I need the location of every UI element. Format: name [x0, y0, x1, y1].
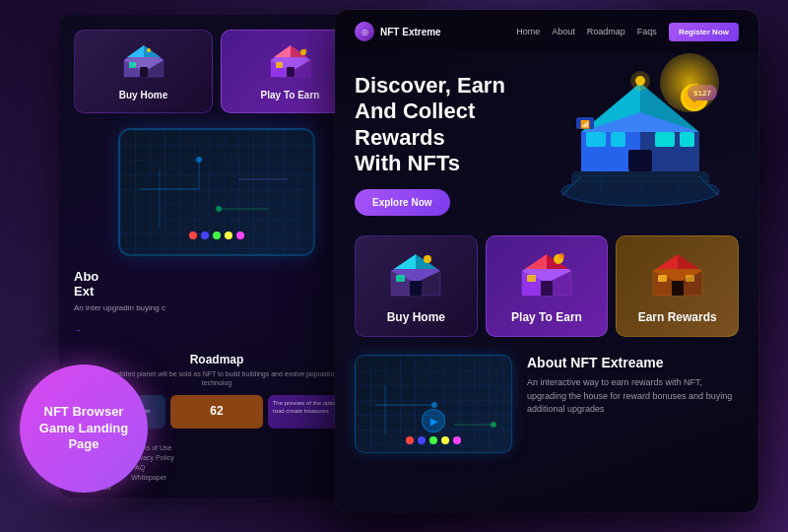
nav-link-about[interactable]: About	[552, 27, 575, 36]
register-button[interactable]: Register Now	[669, 23, 739, 41]
hero-image: $ 📶 $127	[542, 63, 739, 221]
back-tablet-illus	[118, 128, 315, 256]
about-nft-content: About NFT Extreame An interactive way to…	[527, 355, 739, 453]
about-dot-4	[441, 436, 449, 444]
back-card-2-label: Play To Earn	[261, 90, 320, 100]
back-about-section: Abo Ext An inter upgradin buying c →	[59, 261, 374, 345]
hero-section: Discover, Earn And Collect Rewards With …	[335, 53, 758, 221]
badge-text: NFT Browser Game Landing Page	[30, 394, 138, 464]
svg-rect-13	[287, 67, 295, 77]
svg-rect-61	[396, 275, 405, 282]
feature-card-buy-home: Buy Home	[355, 235, 478, 337]
svg-rect-41	[586, 132, 606, 147]
svg-point-16	[303, 49, 306, 52]
svg-rect-69	[527, 275, 536, 282]
feature-card-earn-rewards: Earn Rewards	[616, 235, 739, 337]
feature-house-icon-1	[386, 251, 445, 300]
nav-link-home[interactable]: Home	[516, 27, 540, 36]
about-tablet-dots	[406, 436, 461, 444]
feature-house-icon-3	[648, 251, 707, 300]
feature-house-icon-2	[517, 251, 576, 300]
svg-marker-11	[274, 45, 291, 57]
svg-marker-75	[656, 254, 678, 269]
feature-card-1-label: Buy Home	[387, 310, 445, 324]
back-about-link[interactable]: →	[74, 326, 82, 335]
svg-rect-60	[410, 281, 422, 296]
nav-link-roadmap[interactable]: Roadmap	[587, 27, 625, 36]
back-about-title: Abo Ext	[74, 269, 360, 299]
back-cards-row: Buy Home Play To Earn	[59, 15, 374, 123]
svg-point-71	[558, 253, 564, 259]
badge-circle: NFT Browser Game Landing Page	[20, 365, 148, 493]
about-dot-1	[406, 436, 414, 444]
svg-rect-43	[628, 150, 652, 171]
back-card-buy-home: Buy Home	[74, 30, 213, 113]
dot-green	[213, 232, 221, 239]
dot-blue	[201, 232, 209, 239]
svg-point-62	[424, 255, 431, 263]
svg-rect-39	[655, 132, 675, 147]
back-about-desc: An inter upgradin buying c	[74, 302, 360, 313]
svg-marker-4	[144, 45, 161, 57]
roadmap-title: Roadmap	[74, 353, 360, 366]
svg-point-21	[216, 206, 222, 212]
dot-yellow	[225, 232, 232, 239]
panel-front: ◎ NFT Extreme Home About Roadmap Faqs Re…	[335, 10, 758, 512]
about-nft-title: About NFT Extreame	[527, 355, 739, 370]
navigation: ◎ NFT Extreme Home About Roadmap Faqs Re…	[335, 10, 758, 53]
svg-rect-6	[129, 62, 136, 68]
roadmap-card-2: 62	[170, 395, 262, 428]
svg-marker-76	[678, 254, 699, 269]
about-tablet-illus: ▶	[355, 355, 512, 453]
logo-symbol: ◎	[361, 28, 368, 36]
svg-point-84	[491, 422, 496, 428]
footer-link-whitepaper[interactable]: Whitepaper	[131, 474, 174, 481]
explore-button[interactable]: Explore Now	[355, 189, 450, 216]
hero-title: Discover, Earn And Collect Rewards With …	[355, 73, 532, 177]
about-nft-section: ▶ About NFT Extreame An interactive way …	[335, 347, 758, 461]
about-tablet-container: ▶	[355, 355, 512, 453]
svg-point-19	[196, 157, 202, 163]
feature-card-3-label: Earn Rewards	[638, 310, 717, 324]
glow-effect	[660, 53, 719, 112]
svg-marker-3	[127, 45, 144, 57]
feature-cards-row: Buy Home Play To Earn	[335, 221, 758, 347]
feature-card-play-earn: Play To Earn	[486, 235, 609, 337]
logo-icon: ◎	[355, 22, 374, 41]
svg-rect-68	[541, 281, 553, 296]
about-dot-3	[429, 436, 437, 444]
house-icon-1	[119, 42, 168, 82]
play-triangle: ▶	[430, 416, 438, 427]
feature-card-2-label: Play To Earn	[511, 310, 582, 324]
footer-link-faq[interactable]: FAQ	[131, 464, 174, 471]
nav-links: Home About Roadmap Faqs Register Now	[516, 23, 739, 41]
svg-rect-78	[658, 275, 667, 282]
nav-logo: ◎ NFT Extreme	[355, 22, 441, 41]
tablet-dots	[189, 232, 244, 239]
back-card-1-label: Buy Home	[119, 90, 167, 100]
svg-marker-66	[525, 254, 547, 269]
svg-rect-79	[686, 275, 694, 282]
svg-rect-77	[672, 281, 684, 296]
back-tablet-section	[59, 123, 374, 261]
svg-point-7	[147, 48, 151, 52]
play-button-icon[interactable]: ▶	[422, 409, 445, 432]
svg-rect-40	[680, 132, 694, 147]
about-dot-2	[418, 436, 426, 444]
svg-rect-42	[611, 132, 625, 147]
svg-point-45	[630, 71, 650, 91]
svg-rect-14	[276, 62, 283, 68]
dot-pink	[236, 232, 244, 239]
about-dot-5	[453, 436, 461, 444]
logo-text: NFT Extreme	[380, 27, 441, 37]
svg-point-81	[431, 402, 437, 408]
hero-content: Discover, Earn And Collect Rewards With …	[355, 63, 532, 216]
svg-marker-58	[394, 254, 416, 269]
dot-red	[189, 232, 197, 239]
svg-text:📶: 📶	[580, 119, 590, 129]
house-icon-2	[266, 42, 315, 82]
nav-link-faqs[interactable]: Faqs	[637, 27, 657, 36]
svg-rect-5	[140, 67, 148, 77]
about-nft-description: An interactive way to earn rewards with …	[527, 376, 739, 417]
